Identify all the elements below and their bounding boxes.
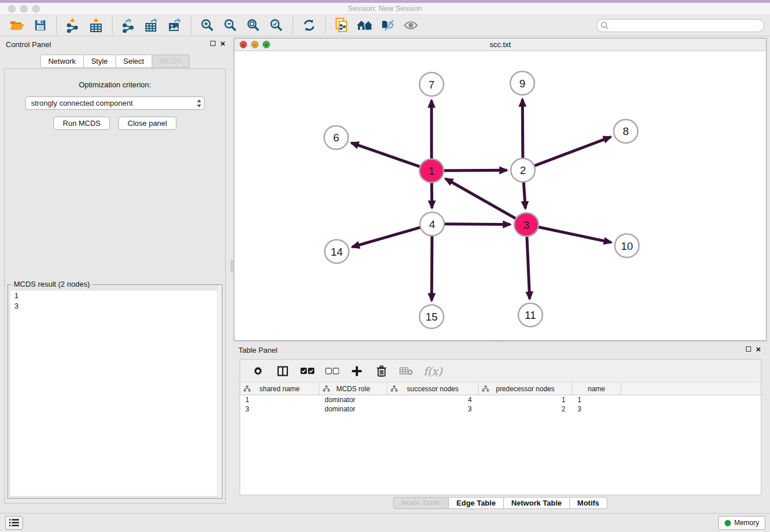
column-header-predecessor-nodes[interactable]: predecessor nodes <box>479 383 572 395</box>
graph-edge-3-1[interactable] <box>445 179 526 225</box>
import-table-button[interactable] <box>87 17 105 34</box>
show-all-networks-button[interactable] <box>356 17 374 34</box>
table-cell[interactable]: 4 <box>387 395 479 404</box>
close-table-panel-icon[interactable]: × <box>756 346 761 352</box>
function-builder-button[interactable]: f(x) <box>424 365 442 377</box>
close-panel-button[interactable]: Close panel <box>118 117 176 130</box>
column-header-name[interactable]: name <box>572 383 621 395</box>
optimization-criterion-select[interactable]: strongly connected component <box>25 97 205 110</box>
graph-node-14[interactable]: 14 <box>325 240 349 263</box>
table-row[interactable]: 1dominator411 <box>240 395 761 404</box>
table-cell[interactable]: 3 <box>572 404 621 414</box>
gear-icon <box>252 365 264 377</box>
close-panel-icon[interactable]: × <box>220 40 225 47</box>
network-window-titlebar[interactable]: x − + scc.txt <box>234 38 766 51</box>
float-panel-icon[interactable] <box>210 41 215 46</box>
table-settings-button[interactable] <box>249 363 267 380</box>
save-disk-icon <box>34 19 47 32</box>
copy-network-button[interactable] <box>333 17 351 34</box>
graph-node-6[interactable]: 6 <box>324 126 348 149</box>
search-input[interactable] <box>609 21 760 29</box>
run-mcds-button[interactable]: Run MCDS <box>53 117 110 130</box>
graph-node-8[interactable]: 8 <box>614 119 638 143</box>
refresh-icon <box>302 18 316 32</box>
mcds-result-list[interactable]: 13 <box>10 291 220 496</box>
zoom-fit-button[interactable] <box>245 17 262 34</box>
float-table-panel-icon[interactable] <box>746 346 751 352</box>
graph-node-9[interactable]: 9 <box>510 71 534 95</box>
mcds-result-line: 3 <box>10 301 220 311</box>
memory-button[interactable]: Memory <box>718 516 765 530</box>
graph-node-11[interactable]: 11 <box>518 303 542 327</box>
graph-node-7[interactable]: 7 <box>419 72 444 96</box>
open-folder-icon <box>10 19 25 32</box>
graph-node-15[interactable]: 15 <box>419 305 444 329</box>
graph-node-4[interactable]: 4 <box>420 212 444 236</box>
zoom-out-button[interactable] <box>222 17 239 34</box>
add-column-button[interactable] <box>348 363 365 380</box>
delete-columns-button[interactable] <box>373 363 390 380</box>
graph-edge-3-10[interactable] <box>526 225 611 242</box>
graph-node-10[interactable]: 10 <box>615 234 639 257</box>
copy-network-icon <box>334 17 349 33</box>
graph-node-3[interactable]: 3 <box>514 213 538 236</box>
graph-node-1[interactable]: 1 <box>419 159 444 183</box>
network-canvas[interactable]: 7968124314101511 <box>234 51 766 340</box>
graph-node-2[interactable]: 2 <box>511 159 535 182</box>
table-cell[interactable]: 2 <box>479 404 572 414</box>
table-cell[interactable]: dominator <box>319 395 387 404</box>
mcds-tab-content: Optimization criterion: strongly connect… <box>4 68 226 504</box>
graph-node-label: 3 <box>523 219 530 231</box>
export-image-button[interactable] <box>166 17 183 34</box>
table-row[interactable]: 3dominator323 <box>240 404 761 414</box>
plus-icon <box>351 365 363 377</box>
column-header-shared-name[interactable]: shared name <box>240 383 319 395</box>
open-session-button[interactable] <box>9 17 26 34</box>
delete-table-icon <box>399 367 413 376</box>
table-body: 1dominator4113dominator323 <box>240 395 761 414</box>
delete-table-button[interactable] <box>398 363 415 380</box>
toolbar-search[interactable] <box>596 19 764 32</box>
graph-edge-2-8[interactable] <box>523 137 611 170</box>
table-cell[interactable]: 1 <box>240 395 319 404</box>
zoom-in-button[interactable] <box>199 17 216 34</box>
export-table-button[interactable] <box>143 17 160 34</box>
table-cell[interactable]: 1 <box>479 395 572 404</box>
column-header-successor-nodes[interactable]: successor nodes <box>387 383 479 395</box>
export-network-button[interactable] <box>120 17 137 34</box>
select-all-columns-button[interactable] <box>299 363 316 380</box>
tab-network-table[interactable]: Network Table <box>504 497 570 509</box>
tab-motifs[interactable]: Motifs <box>570 497 607 509</box>
refresh-button[interactable] <box>301 17 318 34</box>
tab-style[interactable]: Style <box>84 55 116 68</box>
tab-select[interactable]: Select <box>116 55 152 68</box>
export-table-icon <box>144 18 159 33</box>
tab-edge-table[interactable]: Edge Table <box>449 497 503 509</box>
attribute-type-icon <box>482 385 489 392</box>
network-graph[interactable]: 7968124314101511 <box>234 51 766 340</box>
app-titlebar: Session: New Session <box>0 3 770 15</box>
show-graphics-details-button[interactable] <box>402 17 419 34</box>
table-cell[interactable]: dominator <box>319 404 387 414</box>
import-network-button[interactable] <box>64 17 82 34</box>
zoom-in-icon <box>201 18 214 32</box>
tab-node-table[interactable]: Node Table <box>393 497 449 509</box>
table-toolbar: f(x) <box>240 360 761 383</box>
vertical-splitter-handle[interactable] <box>230 260 233 272</box>
table-cell[interactable]: 1 <box>572 395 621 404</box>
task-history-button[interactable] <box>5 516 23 530</box>
table-cell[interactable]: 3 <box>387 404 479 414</box>
result-scrollbar[interactable] <box>217 285 222 498</box>
toggle-panels-button[interactable] <box>274 363 291 380</box>
node-table-container: f(x) shared nameMCDS rolesuccessor nodes… <box>240 359 761 495</box>
tab-network[interactable]: Network <box>40 55 84 68</box>
column-header-MCDS-role[interactable]: MCDS role <box>319 383 387 395</box>
trash-icon <box>376 365 387 377</box>
tab-mcds[interactable]: MCDS <box>152 55 190 68</box>
table-cell[interactable]: 3 <box>240 404 319 414</box>
toolbar-separator <box>191 17 191 34</box>
hide-graphics-details-button[interactable] <box>379 17 396 34</box>
save-session-button[interactable] <box>32 17 49 34</box>
zoom-selected-button[interactable] <box>268 17 285 34</box>
deselect-all-columns-button[interactable] <box>324 363 341 380</box>
